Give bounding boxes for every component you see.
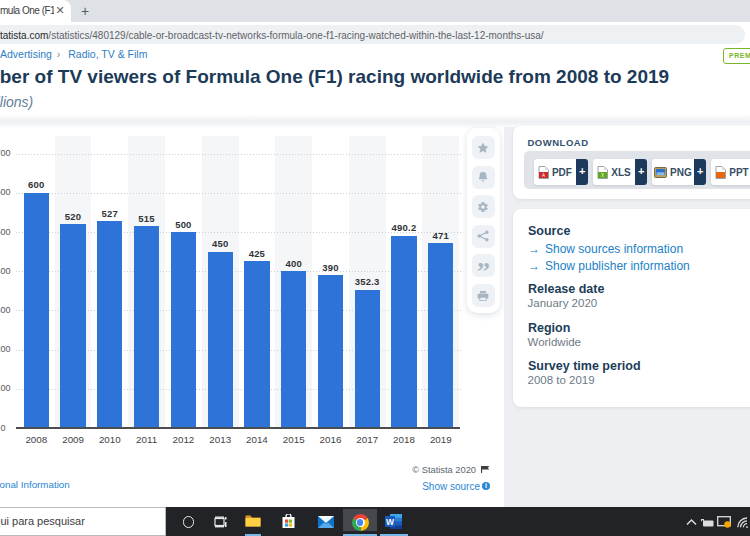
svg-text:A: A [542, 173, 545, 178]
svg-text:X: X [601, 173, 604, 178]
svg-text:W: W [386, 517, 395, 527]
